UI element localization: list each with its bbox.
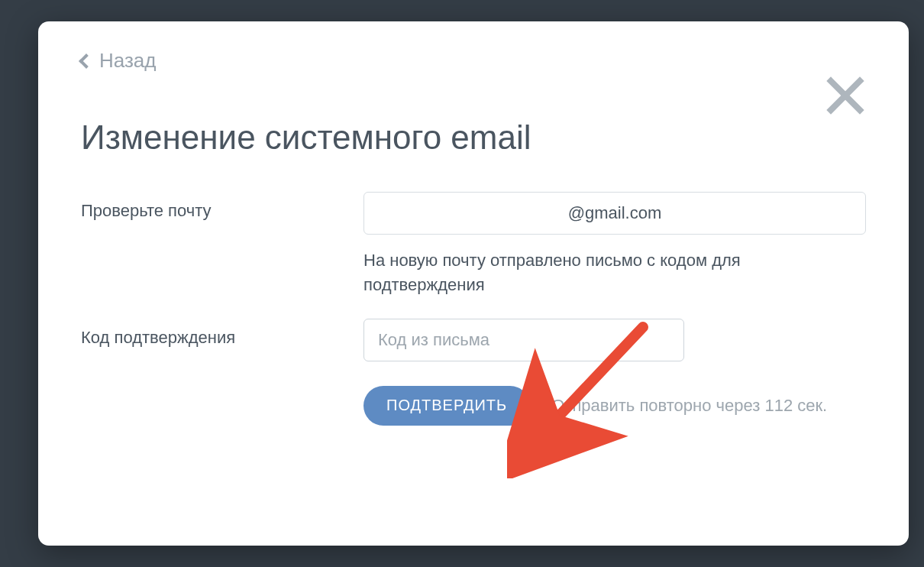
back-label: Назад <box>99 49 157 73</box>
code-label: Код подтверждения <box>81 319 363 348</box>
close-icon <box>825 75 866 116</box>
email-help-text: На новую почту отправлено письмо с кодом… <box>363 248 866 297</box>
confirmation-code-field[interactable] <box>363 319 684 361</box>
email-label: Проверьте почту <box>81 192 363 221</box>
resend-countdown-text: Отправить повторно через 112 сек. <box>551 396 827 416</box>
email-row: Проверьте почту На новую почту отправлен… <box>81 192 866 297</box>
code-row: Код подтверждения ПОДТВЕРДИТЬ Отправить … <box>81 319 866 426</box>
chevron-left-icon <box>79 53 94 69</box>
modal-title: Изменение системного email <box>81 118 866 157</box>
close-button[interactable] <box>825 75 866 116</box>
back-button[interactable]: Назад <box>81 49 157 73</box>
confirm-button[interactable]: ПОДТВЕРДИТЬ <box>363 386 530 426</box>
change-email-modal: Назад Изменение системного email Проверь… <box>38 21 909 546</box>
email-field[interactable] <box>363 192 866 235</box>
